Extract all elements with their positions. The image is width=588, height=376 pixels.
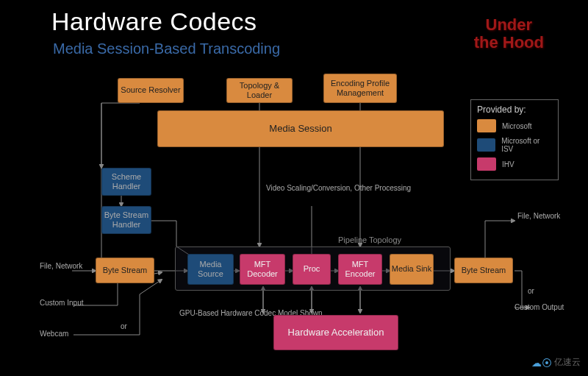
box-scheme-handler: Scheme Handler	[101, 168, 151, 196]
legend-label: IHV	[502, 160, 514, 169]
legend-item: Microsoft	[477, 119, 552, 132]
box-media-session: Media Session	[157, 110, 444, 147]
box-topology-loader: Topology & Loader	[226, 78, 293, 103]
label-webcam: Webcam	[40, 330, 68, 338]
watermark-text: 亿速云	[554, 357, 581, 367]
label-file-network-left: File, Network	[40, 262, 82, 271]
swatch-icon	[477, 157, 496, 171]
box-proc: Proc	[293, 254, 331, 285]
label-custom-output: Custom Output	[514, 303, 564, 312]
box-encoding-profile: Encoding Profile Management	[323, 74, 397, 103]
label-video-processing: Video Scaling/Conversion, Other Processi…	[266, 184, 411, 193]
legend-title: Provided by:	[477, 104, 552, 115]
box-byte-stream-in: Byte Stream	[96, 258, 154, 283]
watermark: ☁⦿ 亿速云	[531, 356, 581, 369]
box-media-source: Media Source	[187, 254, 234, 285]
box-byte-stream-out: Byte Stream	[454, 258, 513, 283]
label-file-network-right: File, Network	[517, 212, 560, 221]
cloud-icon: ☁⦿	[531, 357, 552, 369]
box-media-sink: Media Sink	[390, 254, 434, 285]
label-custom-input: Custom Input	[40, 299, 83, 308]
box-hardware-accel: Hardware Acceleration	[273, 315, 398, 350]
box-mft-decoder: MFT Decoder	[240, 254, 285, 285]
label-or-right: or	[528, 287, 534, 296]
box-source-resolver: Source Resolver	[118, 78, 184, 103]
legend-label: Microsoft	[502, 122, 532, 130]
legend-item: Microsoft or ISV	[477, 137, 552, 153]
label-pipeline-topology: Pipeline Topology	[338, 235, 401, 244]
box-byte-stream-handler: Byte Stream Handler	[101, 206, 151, 234]
legend-item: IHV	[477, 157, 552, 171]
swatch-icon	[477, 119, 496, 132]
legend-label: Microsoft or ISV	[501, 137, 552, 153]
swatch-icon	[477, 138, 495, 152]
label-or-left: or	[121, 322, 127, 331]
box-mft-encoder: MFT Encoder	[338, 254, 382, 285]
legend: Provided by: Microsoft Microsoft or ISV …	[470, 99, 559, 180]
